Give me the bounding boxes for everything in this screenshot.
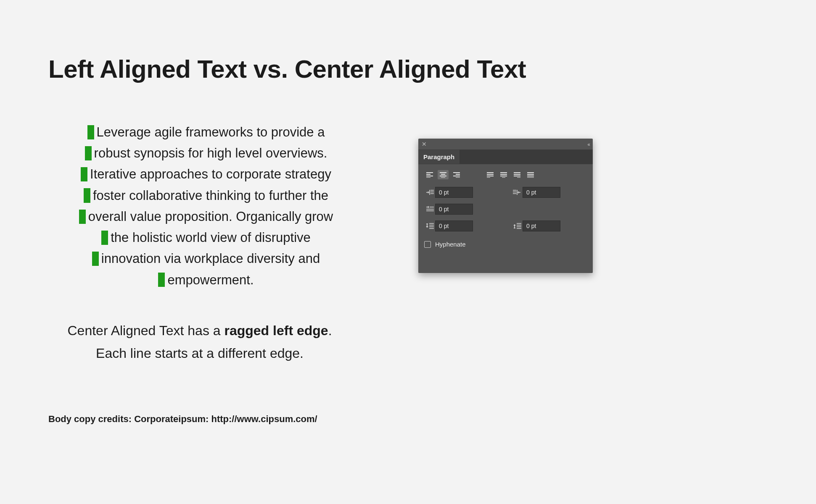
right-indent-icon xyxy=(512,189,523,196)
space-before-icon xyxy=(424,223,435,229)
sample-line: robust synopsis for high level overviews… xyxy=(85,143,327,164)
align-right-button[interactable] xyxy=(451,170,462,179)
first-line-indent-input[interactable] xyxy=(435,204,473,215)
right-indent-input[interactable] xyxy=(523,187,560,198)
sample-line: overall value proposition. Organically g… xyxy=(79,206,333,227)
justify-last-left-button[interactable] xyxy=(485,170,496,179)
space-after-icon xyxy=(512,223,523,229)
caption-line-2: Each line starts at a different edge. xyxy=(96,346,304,361)
space-before-input[interactable] xyxy=(435,220,473,231)
align-center-button[interactable] xyxy=(438,170,449,179)
sample-line: empowerment. xyxy=(158,270,254,291)
hyphenate-checkbox[interactable] xyxy=(424,241,431,248)
tab-bar-filler xyxy=(459,150,578,164)
justify-all-button[interactable] xyxy=(525,170,536,179)
sample-paragraph: Leverage agile frameworks to provide aro… xyxy=(59,122,353,291)
page-title: Left Aligned Text vs. Center Aligned Tex… xyxy=(48,55,526,84)
caption-emphasis: ragged left edge xyxy=(224,323,328,338)
align-left-button[interactable] xyxy=(424,170,435,179)
justify-last-right-button[interactable] xyxy=(512,170,523,179)
caption-text-tail: . xyxy=(328,323,332,338)
panel-menu-icon[interactable] xyxy=(578,150,593,164)
collapse-icon[interactable]: ‹‹ xyxy=(587,141,589,147)
sample-line: Leverage agile frameworks to provide a xyxy=(87,122,325,143)
sample-line: Iterative approaches to corporate strate… xyxy=(81,164,331,185)
sample-line: the holistic world view of disruptive xyxy=(101,227,311,248)
tab-paragraph[interactable]: Paragraph xyxy=(418,150,459,164)
space-after-input[interactable] xyxy=(523,220,560,231)
caption-text: Center Aligned Text has a xyxy=(67,323,224,338)
sample-line: innovation via workplace diversity and xyxy=(92,248,320,269)
left-indent-icon xyxy=(424,189,435,196)
hyphenate-label: Hyphenate xyxy=(435,241,466,248)
paragraph-panel: ✕ ‹‹ Paragraph xyxy=(418,139,593,273)
explanation-caption: Center Aligned Text has a ragged left ed… xyxy=(48,319,351,365)
left-indent-input[interactable] xyxy=(435,187,473,198)
sample-line: foster collaborative thinking to further… xyxy=(84,185,328,206)
credits-line: Body copy credits: Corporateipsum: http:… xyxy=(48,414,317,425)
justify-last-center-button[interactable] xyxy=(498,170,509,179)
close-icon[interactable]: ✕ xyxy=(422,141,427,147)
first-line-indent-icon xyxy=(424,206,435,213)
